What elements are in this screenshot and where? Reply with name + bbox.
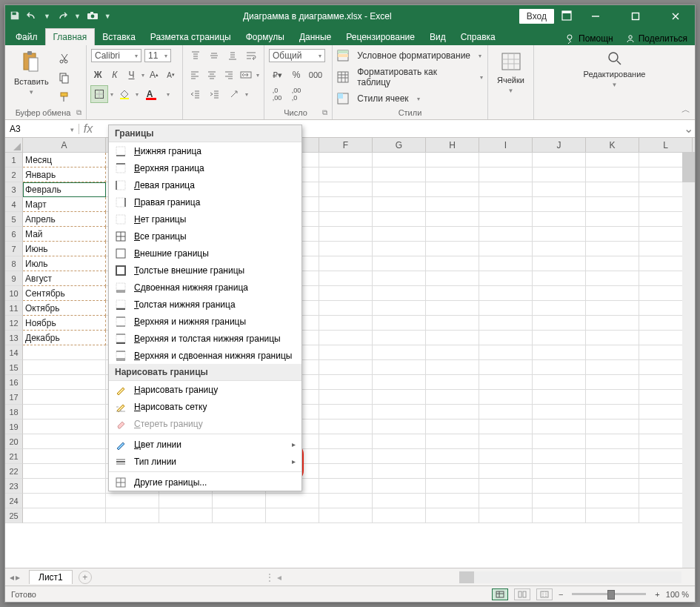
cell[interactable]	[586, 494, 639, 508]
cell[interactable]: Октябрь	[23, 301, 106, 316]
tab-data[interactable]: Данные	[292, 29, 339, 45]
cell[interactable]	[586, 508, 639, 523]
cell[interactable]: Сентябрь	[23, 286, 106, 301]
cell[interactable]	[319, 286, 373, 301]
cell[interactable]	[586, 286, 639, 301]
cell[interactable]	[533, 286, 586, 301]
cell[interactable]	[373, 153, 426, 167]
col-header[interactable]: G	[373, 138, 426, 152]
cell[interactable]	[586, 345, 639, 360]
cell[interactable]	[586, 375, 639, 390]
cell[interactable]	[319, 390, 373, 405]
fx-icon[interactable]: fx	[79, 122, 97, 136]
zoom-slider[interactable]	[572, 593, 646, 595]
cell[interactable]	[373, 271, 426, 286]
row-header[interactable]: 2	[5, 167, 23, 182]
cell-styles[interactable]: Стили ячеек ▾	[337, 90, 483, 107]
row-header[interactable]: 19	[5, 419, 23, 434]
cell[interactable]	[533, 434, 586, 449]
row-header[interactable]: 3	[5, 182, 23, 197]
row-header[interactable]: 1	[5, 153, 23, 167]
cell[interactable]: Февраль	[23, 182, 106, 197]
cell[interactable]	[533, 405, 586, 419]
row-header[interactable]: 21	[5, 449, 23, 464]
cell[interactable]	[23, 479, 106, 494]
sheet-prev-icon[interactable]: ◂	[10, 572, 14, 583]
cell[interactable]	[213, 494, 266, 508]
tell-me[interactable]: Помощн	[561, 32, 618, 45]
cell[interactable]	[319, 449, 373, 464]
cell[interactable]	[213, 508, 266, 523]
align-center-icon[interactable]	[204, 67, 219, 83]
cell[interactable]	[23, 494, 106, 508]
cell[interactable]	[319, 479, 373, 494]
cell[interactable]	[479, 479, 533, 494]
tab-layout[interactable]: Разметка страницы	[143, 29, 239, 45]
sheet-tab[interactable]: Лист1	[29, 570, 73, 584]
tab-home[interactable]: Главная	[45, 28, 96, 45]
maximize-button[interactable]	[619, 5, 652, 27]
col-header[interactable]: L	[639, 138, 693, 152]
comma-icon[interactable]: 000	[307, 67, 324, 83]
cell[interactable]	[533, 508, 586, 523]
view-normal-icon[interactable]	[492, 588, 508, 600]
cell[interactable]	[533, 212, 586, 227]
cell[interactable]: Месяц	[23, 153, 106, 167]
dd-border-item[interactable]: Левая граница	[109, 176, 301, 193]
cell[interactable]	[533, 449, 586, 464]
wrap-text-icon[interactable]	[244, 47, 259, 64]
dd-line-color[interactable]: Цвет линии▸	[109, 436, 301, 453]
zoom-out-icon[interactable]: −	[559, 590, 563, 599]
cell[interactable]	[586, 419, 639, 434]
cell[interactable]	[426, 212, 479, 227]
cell[interactable]	[373, 434, 426, 449]
cell[interactable]	[373, 212, 426, 227]
cell[interactable]	[479, 390, 533, 405]
col-header[interactable]: F	[319, 138, 373, 152]
tab-insert[interactable]: Вставка	[95, 29, 143, 45]
format-painter-icon[interactable]	[56, 89, 73, 105]
row-header[interactable]: 20	[5, 434, 23, 449]
cell[interactable]	[319, 464, 373, 479]
increase-decimal-icon[interactable]: ,0,00	[269, 86, 285, 102]
cell[interactable]	[373, 227, 426, 242]
save-icon[interactable]	[10, 10, 20, 23]
cell[interactable]	[586, 464, 639, 479]
cell[interactable]	[426, 242, 479, 256]
cell[interactable]	[23, 345, 106, 360]
borders-button[interactable]	[91, 86, 107, 102]
tab-help[interactable]: Справка	[453, 29, 503, 45]
row-header[interactable]: 24	[5, 494, 23, 508]
dd-border-item[interactable]: Нет границы	[109, 210, 301, 228]
cell[interactable]: Ноябрь	[23, 316, 106, 331]
dd-border-item[interactable]: Внешние границы	[109, 245, 301, 262]
cell[interactable]	[479, 212, 533, 227]
cell[interactable]: Июль	[23, 256, 106, 271]
cell[interactable]	[533, 271, 586, 286]
cell[interactable]	[23, 390, 106, 405]
cell[interactable]	[373, 301, 426, 316]
dd-more-borders[interactable]: Другие границы...	[109, 474, 301, 491]
cell[interactable]	[586, 479, 639, 494]
collapse-ribbon-icon[interactable]: ︿	[681, 104, 690, 116]
redo-dropdown-icon[interactable]: ▼	[74, 13, 81, 20]
decrease-indent-icon[interactable]	[187, 86, 204, 102]
cell[interactable]	[373, 405, 426, 419]
qat-customize-icon[interactable]: ▼	[104, 13, 111, 20]
dd-border-item[interactable]: Верхняя и нижняя границы	[109, 313, 301, 330]
align-top-icon[interactable]	[187, 47, 203, 64]
cell[interactable]	[373, 464, 426, 479]
cell[interactable]	[533, 316, 586, 331]
redo-icon[interactable]	[56, 10, 68, 23]
cell[interactable]	[479, 316, 533, 331]
scrollbar-horizontal[interactable]	[459, 571, 681, 583]
cell[interactable]	[479, 271, 533, 286]
cell[interactable]	[373, 331, 426, 345]
cell[interactable]	[586, 256, 639, 271]
cell[interactable]	[266, 508, 319, 523]
cell[interactable]	[373, 360, 426, 375]
cell[interactable]: Март	[23, 197, 106, 212]
cell[interactable]	[479, 434, 533, 449]
cell[interactable]	[586, 167, 639, 182]
dd-border-item[interactable]: Толстая нижняя граница	[109, 296, 301, 313]
